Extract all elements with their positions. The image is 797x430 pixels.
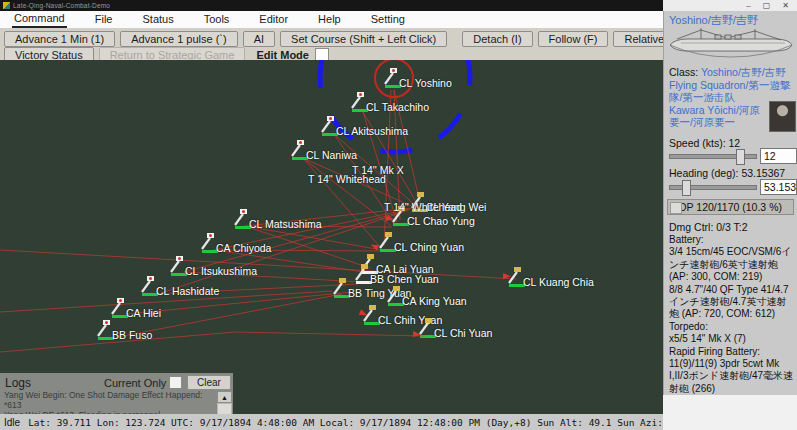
log-list: Yang Wei Begin: One Shot Damage Effect H… bbox=[4, 391, 216, 414]
torpedo-label: T 14'' Whitehead bbox=[308, 173, 386, 185]
class-label: Class: bbox=[669, 66, 698, 78]
ship-label: CL Naniwa bbox=[306, 149, 357, 161]
close-icon[interactable]: ✕ bbox=[782, 2, 789, 10]
torpedo-label: T 14'' Whitehead bbox=[384, 201, 462, 213]
ship-label: CL Chao Yung bbox=[407, 215, 475, 227]
ship-label: CL Akitsushima bbox=[336, 125, 408, 137]
ship-label: CL Yoshino bbox=[399, 77, 452, 89]
minimize-icon[interactable]: – bbox=[746, 2, 750, 10]
armament-line: 3/4 15cm/45 EOC/VSM/6インチ速射砲/6英寸速射炮 (AP: … bbox=[669, 246, 795, 283]
speed-row: Speed (kts): 12 bbox=[669, 137, 740, 149]
ship-info-sidebar: Yoshino/吉野/吉野 Class: Yoshino/吉野/吉野 Flyin… bbox=[663, 11, 797, 395]
menu-setting[interactable]: Setting bbox=[369, 12, 407, 27]
ship-label: CL Takachiho bbox=[366, 101, 429, 113]
ship-label: BB Fuso bbox=[112, 329, 152, 341]
armament-line: Torpedo: bbox=[669, 321, 795, 333]
toolbar-row1: Advance 1 Min (1)Advance 1 pulse (`)AISe… bbox=[4, 31, 699, 47]
app-icon bbox=[3, 2, 10, 9]
scrollbar-thumb[interactable] bbox=[218, 404, 231, 414]
captain-link[interactable]: Kawara Yōichi/河原要一/河原要一 bbox=[669, 104, 769, 128]
current-only-checkbox[interactable] bbox=[169, 376, 182, 389]
ai-button[interactable]: AI bbox=[243, 31, 275, 47]
heading-slider-handle[interactable] bbox=[682, 180, 691, 196]
heading-value: 53.15367 bbox=[741, 167, 785, 179]
captain-portrait bbox=[769, 101, 796, 132]
logs-panel: Logs Current Only Clear Yang Wei Begin: … bbox=[0, 373, 233, 414]
menu-tools[interactable]: Tools bbox=[202, 12, 232, 27]
squadron-link[interactable]: Flying Squadron/第一遊撃隊/第一游击队 bbox=[669, 79, 793, 103]
log-line: Yang Wei DE *613, Flooding in personnel. bbox=[4, 411, 216, 414]
dp-button-label: DP 120/1170 (10.3 %) bbox=[679, 201, 782, 213]
damage-control-status: Dmg Ctrl: 0/3 T:2 bbox=[669, 221, 748, 233]
armament-details: Battery:3/4 15cm/45 EOC/VSM/6インチ速射砲/6英寸速… bbox=[669, 234, 795, 395]
speed-slider-handle[interactable] bbox=[736, 149, 745, 165]
title-bar: Late-Qing-Naval-Combat-Demo bbox=[0, 0, 663, 11]
heading-input[interactable]: 53.1536 bbox=[760, 179, 797, 195]
menu-command[interactable]: Command bbox=[12, 11, 67, 28]
speed-label: Speed (kts): bbox=[669, 137, 726, 149]
speed-slider[interactable] bbox=[669, 154, 757, 159]
ship-label: CL Ching Yuan bbox=[394, 241, 464, 253]
bottom-right-panel bbox=[663, 395, 797, 430]
tactical-map[interactable]: CL YoshinoCL TakachihoCL AkitsushimaCL N… bbox=[0, 60, 663, 414]
detach-i-button[interactable]: Detach (I) bbox=[462, 31, 532, 47]
ship-label: CL Kuang Chia bbox=[523, 276, 594, 288]
menu-file[interactable]: File bbox=[93, 12, 115, 27]
speed-input[interactable]: 12 bbox=[760, 148, 797, 164]
ship-profile-art bbox=[667, 26, 795, 64]
ship-label: CL Itsukushima bbox=[185, 265, 257, 277]
scroll-up-icon[interactable]: ▲ bbox=[217, 391, 232, 403]
current-only-label: Current Only bbox=[104, 377, 166, 389]
speed-value: 12 bbox=[729, 137, 741, 149]
armament-line: 11(9)/11(9) 3pdr 5cwt Mk I,II/3ポンド速射砲/47… bbox=[669, 358, 795, 395]
heading-label: Heading (deg): bbox=[669, 167, 738, 179]
window-title: Late-Qing-Naval-Combat-Demo bbox=[13, 2, 110, 9]
class-value[interactable]: Yoshino/吉野/吉野 bbox=[701, 66, 786, 78]
advance-1-pulse-button[interactable]: Advance 1 pulse (`) bbox=[120, 31, 237, 47]
ship-label: CL Matsushima bbox=[249, 218, 322, 230]
logs-header: Logs Current Only Clear bbox=[0, 373, 233, 390]
menu-help[interactable]: Help bbox=[316, 12, 343, 27]
logs-scrollbar[interactable]: ▲ ▼ bbox=[217, 391, 232, 414]
menu-status[interactable]: Status bbox=[140, 12, 175, 27]
heading-row: Heading (deg): 53.15367 bbox=[669, 167, 785, 179]
follow-f-button[interactable]: Follow (F) bbox=[538, 31, 609, 47]
advance-1-min-1-button[interactable]: Advance 1 Min (1) bbox=[4, 31, 115, 47]
heading-slider[interactable] bbox=[669, 185, 757, 190]
menu-editor[interactable]: Editor bbox=[257, 12, 290, 27]
maximize-icon[interactable]: ▢ bbox=[763, 2, 771, 10]
toolbar: Advance 1 Min (1)Advance 1 pulse (`)AISe… bbox=[0, 28, 663, 60]
map-overlay-svg bbox=[0, 60, 663, 414]
status-bar: Idle Lat: 39.711 Lon: 123.724 UTC: 9/17/… bbox=[0, 414, 663, 430]
ship-label: BB Chen Yuan bbox=[370, 273, 439, 285]
dp-swatch-icon bbox=[670, 202, 682, 214]
ship-label: CA Chiyoda bbox=[216, 242, 271, 254]
ship-label: CL Hashidate bbox=[156, 285, 219, 297]
armament-line: x5/5 14" Mk X (7) bbox=[669, 333, 795, 345]
ship-label: CL Chi Yuan bbox=[434, 327, 492, 339]
log-line: Yang Wei Begin: One Shot Damage Effect H… bbox=[4, 391, 216, 410]
set-course-shift-left-click-button[interactable]: Set Course (Shift + Left Click) bbox=[280, 31, 447, 47]
status-mode: Idle bbox=[4, 417, 20, 428]
menu-bar: CommandFileStatusToolsEditorHelpSetting bbox=[0, 11, 663, 28]
damage-points-button[interactable]: DP 120/1170 (10.3 %) bbox=[667, 199, 794, 215]
armament-line: Battery: bbox=[669, 234, 795, 246]
status-text: Lat: 39.711 Lon: 123.724 UTC: 9/17/1894 … bbox=[28, 417, 697, 428]
armament-line: 8/8 4.7"/40 QF Type 41/4.7インチ速射砲/4.7英寸速射… bbox=[669, 284, 795, 321]
armament-line: Rapid Firing Battery: bbox=[669, 346, 795, 358]
ship-label: CA Hiei bbox=[126, 307, 161, 319]
ship-class-row: Class: Yoshino/吉野/吉野 bbox=[669, 66, 795, 78]
clear-logs-button[interactable]: Clear bbox=[187, 375, 231, 390]
logs-title: Logs bbox=[5, 376, 31, 390]
ship-label: CA King Yuan bbox=[402, 295, 467, 307]
window-controls: – ▢ ✕ bbox=[663, 0, 797, 11]
